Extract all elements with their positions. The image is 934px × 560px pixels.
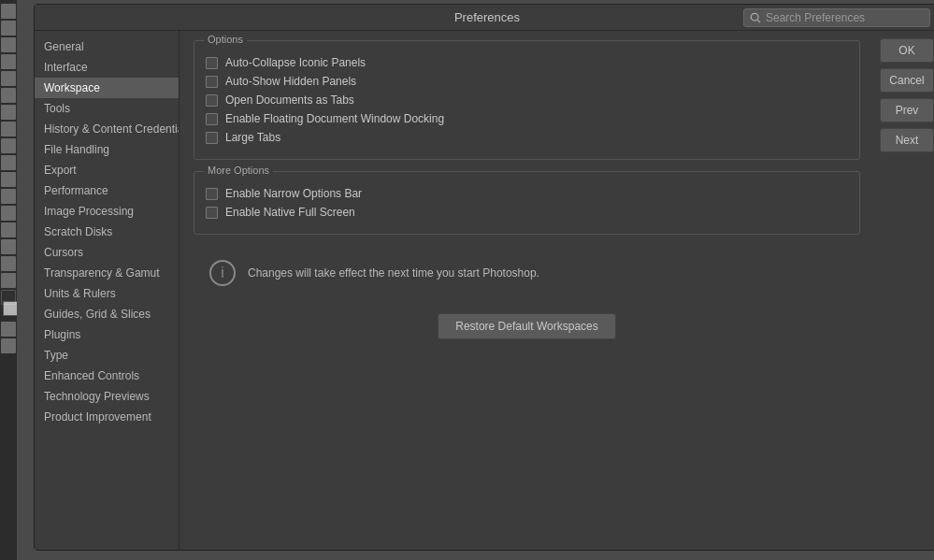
more-options-title: More Options [204,165,273,176]
sidebar-item-export[interactable]: Export [35,160,179,180]
enable-floating-checkbox[interactable] [206,113,218,125]
hand-icon[interactable] [1,256,16,271]
sidebar-item-file-handling[interactable]: File Handling [35,139,179,160]
dialog-overlay: Preferences General Interface Workspace … [17,0,934,560]
frame-icon[interactable] [1,338,16,353]
svg-line-1 [757,20,760,22]
auto-collapse-checkbox[interactable] [206,57,218,69]
dialog-body: General Interface Workspace Tools Histor… [35,31,934,550]
buttons-column: OK Cancel Prev Next [874,31,934,550]
svg-text:i: i [221,265,224,280]
search-bar[interactable] [743,8,930,27]
dialog-title: Preferences [454,10,520,24]
more-options-section: More Options Enable Narrow Options Bar E… [194,171,860,235]
path-icon[interactable] [1,223,16,237]
sidebar-item-product-improvement[interactable]: Product Improvement [35,407,179,427]
crop-icon[interactable] [1,37,16,52]
option-large-tabs: Large Tabs [206,131,848,144]
sidebar-item-technology-previews[interactable]: Technology Previews [35,386,179,407]
auto-show-checkbox[interactable] [206,76,218,88]
sidebar-item-workspace[interactable]: Workspace [35,78,179,98]
open-docs-label: Open Documents as Tabs [225,93,354,107]
option-native-full: Enable Native Full Screen [206,206,848,219]
next-button[interactable]: Next [880,128,934,152]
sidebar-item-history[interactable]: History & Content Credentials [35,119,179,139]
dialog-titlebar: Preferences [35,5,934,31]
background-color[interactable] [3,301,18,316]
auto-collapse-label: Auto-Collapse Iconic Panels [225,56,366,69]
sidebar-item-general[interactable]: General [35,36,179,57]
option-auto-show: Auto-Show Hidden Panels [206,75,848,88]
sidebar-item-performance[interactable]: Performance [35,180,179,201]
healing-icon[interactable] [1,71,16,86]
sidebar-item-guides[interactable]: Guides, Grid & Slices [35,304,179,324]
info-text: Changes will take effect the next time y… [248,266,539,280]
blur-icon[interactable] [1,155,16,170]
zoom-icon[interactable] [1,273,16,288]
search-icon [750,12,761,23]
large-tabs-checkbox[interactable] [206,132,218,144]
options-section-title: Options [204,34,247,45]
mask-icon[interactable] [1,322,16,337]
brush-icon[interactable] [1,88,16,103]
sidebar-item-tools[interactable]: Tools [35,98,179,119]
gradient-icon[interactable] [1,138,16,153]
narrow-options-label: Enable Narrow Options Bar [225,187,362,200]
sidebar-item-scratch-disks[interactable]: Scratch Disks [35,222,179,242]
clone-icon[interactable] [1,105,16,120]
preferences-dialog: Preferences General Interface Workspace … [34,4,934,551]
sidebar-item-units[interactable]: Units & Rulers [35,283,179,304]
native-full-label: Enable Native Full Screen [225,206,355,219]
sidebar-item-cursors[interactable]: Cursors [35,242,179,263]
main-content: Options Auto-Collapse Iconic Panels Auto… [180,31,874,550]
dodge-icon[interactable] [1,172,16,187]
option-narrow-options: Enable Narrow Options Bar [206,187,848,200]
type-icon[interactable] [1,206,16,221]
search-input[interactable] [766,11,924,24]
options-section: Options Auto-Collapse Iconic Panels Auto… [194,40,860,160]
cancel-button[interactable]: Cancel [880,68,934,93]
rectangle-icon[interactable] [1,239,16,254]
left-toolbar [0,0,17,560]
sidebar-item-enhanced-controls[interactable]: Enhanced Controls [35,366,179,386]
pen-icon[interactable] [1,189,16,204]
eraser-icon[interactable] [1,122,16,136]
open-docs-checkbox[interactable] [206,94,218,107]
sidebar-item-plugins[interactable]: Plugins [35,324,179,345]
enable-floating-label: Enable Floating Document Window Docking [225,112,444,125]
auto-show-label: Auto-Show Hidden Panels [225,75,356,88]
large-tabs-label: Large Tabs [225,131,280,144]
option-auto-collapse: Auto-Collapse Iconic Panels [206,56,848,69]
svg-point-0 [751,13,758,21]
narrow-options-checkbox[interactable] [206,188,218,200]
option-open-docs: Open Documents as Tabs [206,93,848,107]
sidebar-item-interface[interactable]: Interface [35,57,179,78]
restore-default-workspaces-button[interactable]: Restore Default Workspaces [438,313,616,339]
sidebar-item-image-processing[interactable]: Image Processing [35,201,179,222]
eyedropper-icon[interactable] [1,54,16,69]
move-icon[interactable] [1,4,16,19]
option-enable-floating: Enable Floating Document Window Docking [206,112,848,125]
info-box: i Changes will take effect the next time… [194,246,860,300]
native-full-checkbox[interactable] [206,207,218,219]
info-icon: i [208,259,237,287]
sidebar-item-transparency[interactable]: Transparency & Gamut [35,263,179,283]
sidebar: General Interface Workspace Tools Histor… [35,31,180,550]
prev-button[interactable]: Prev [880,98,934,122]
sidebar-item-type[interactable]: Type [35,345,179,366]
ok-button[interactable]: OK [880,38,934,63]
lasso-icon[interactable] [1,21,16,36]
